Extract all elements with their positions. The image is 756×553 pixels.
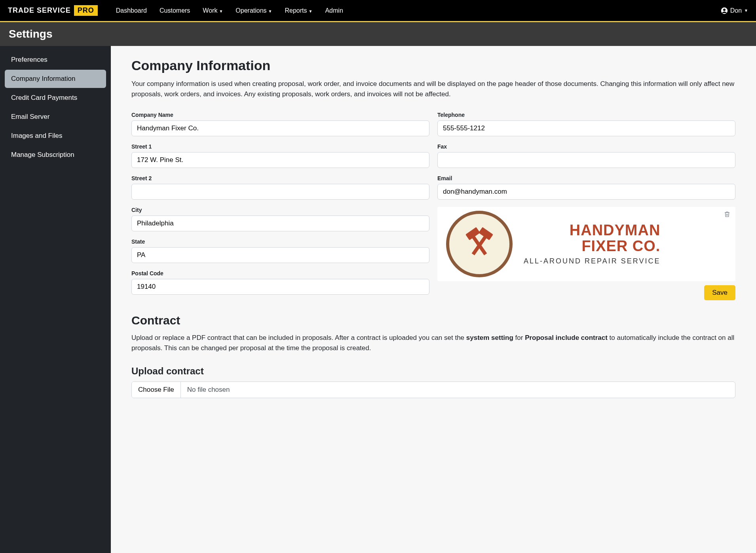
sidebar-item-credit-card-payments[interactable]: Credit Card Payments <box>5 89 106 107</box>
sidebar-item-manage-subscription[interactable]: Manage Subscription <box>5 146 106 164</box>
fax-label: Fax <box>437 143 735 150</box>
logo-circle-icon <box>446 211 513 277</box>
user-menu[interactable]: Don ▼ <box>721 7 748 14</box>
nav-customers[interactable]: Customers <box>153 3 196 18</box>
top-nav: TRADE SERVICE PRO Dashboard Customers Wo… <box>0 0 756 22</box>
city-input[interactable] <box>131 215 429 231</box>
sidebar-item-email-server[interactable]: Email Server <box>5 108 106 126</box>
company-name-label: Company Name <box>131 112 429 118</box>
user-icon <box>721 7 728 14</box>
brand-logo[interactable]: TRADE SERVICE PRO <box>8 5 98 16</box>
contract-desc-part1: Upload or replace a PDF contract that ca… <box>131 334 466 341</box>
state-label: State <box>131 238 429 245</box>
user-name: Don <box>730 7 742 14</box>
choose-file-button[interactable]: Choose File <box>132 382 181 398</box>
telephone-input[interactable] <box>437 120 735 136</box>
postal-code-label: Postal Code <box>131 270 429 276</box>
upload-contract-title: Upload contract <box>131 366 735 377</box>
svg-point-1 <box>723 8 726 11</box>
page-title: Settings <box>0 22 756 46</box>
logo-title-line2: FIXER CO. <box>524 238 660 254</box>
street2-label: Street 2 <box>131 175 429 181</box>
city-label: City <box>131 207 429 213</box>
sidebar-item-company-information[interactable]: Company Information <box>5 70 106 88</box>
email-input[interactable] <box>437 184 735 200</box>
brand-badge: PRO <box>74 5 98 16</box>
nav-dashboard[interactable]: Dashboard <box>110 3 153 18</box>
contract-description: Upload or replace a PDF contract that ca… <box>131 333 735 353</box>
section-title: Company Information <box>131 58 735 73</box>
logo-title-line1: HANDYMAN <box>524 223 660 238</box>
contract-desc-part2: for <box>513 334 525 341</box>
state-input[interactable] <box>131 247 429 263</box>
postal-code-input[interactable] <box>131 279 429 295</box>
nav-work-label: Work <box>203 7 217 14</box>
contract-title: Contract <box>131 314 735 327</box>
trash-icon <box>724 211 731 218</box>
sidebar-item-images-and-files[interactable]: Images and Files <box>5 127 106 145</box>
company-name-input[interactable] <box>131 120 429 136</box>
street1-input[interactable] <box>131 152 429 168</box>
settings-sidebar: Preferences Company Information Credit C… <box>0 46 111 553</box>
nav-links: Dashboard Customers Work▼ Operations▼ Re… <box>110 3 350 18</box>
save-button[interactable]: Save <box>704 285 735 300</box>
telephone-label: Telephone <box>437 112 735 118</box>
nav-reports[interactable]: Reports▼ <box>278 3 319 18</box>
nav-operations[interactable]: Operations▼ <box>229 3 278 18</box>
nav-operations-label: Operations <box>236 7 266 14</box>
company-logo-preview: HANDYMAN FIXER CO. ALL-AROUND REPAIR SER… <box>437 207 735 281</box>
contract-desc-bold2: Proposal include contract <box>525 334 608 341</box>
file-input-row: Choose File No file chosen <box>131 381 735 398</box>
email-label: Email <box>437 175 735 181</box>
nav-admin[interactable]: Admin <box>319 3 349 18</box>
caret-down-icon: ▼ <box>744 8 748 13</box>
caret-down-icon: ▼ <box>309 9 313 13</box>
crossed-hammers-icon <box>458 221 501 265</box>
sidebar-item-preferences[interactable]: Preferences <box>5 51 106 69</box>
fax-input[interactable] <box>437 152 735 168</box>
nav-work[interactable]: Work▼ <box>196 3 229 18</box>
street2-input[interactable] <box>131 184 429 200</box>
caret-down-icon: ▼ <box>268 9 272 13</box>
street1-label: Street 1 <box>131 143 429 150</box>
file-chosen-text: No file chosen <box>181 382 236 398</box>
logo-subtitle: ALL-AROUND REPAIR SERVICE <box>524 257 660 265</box>
delete-logo-button[interactable] <box>724 211 731 219</box>
main-content: Company Information Your company informa… <box>111 46 756 553</box>
brand-name: TRADE SERVICE <box>8 6 71 15</box>
nav-reports-label: Reports <box>285 7 307 14</box>
contract-desc-bold1: system setting <box>466 334 513 341</box>
caret-down-icon: ▼ <box>219 9 223 13</box>
section-description: Your company information is used when cr… <box>131 79 735 99</box>
